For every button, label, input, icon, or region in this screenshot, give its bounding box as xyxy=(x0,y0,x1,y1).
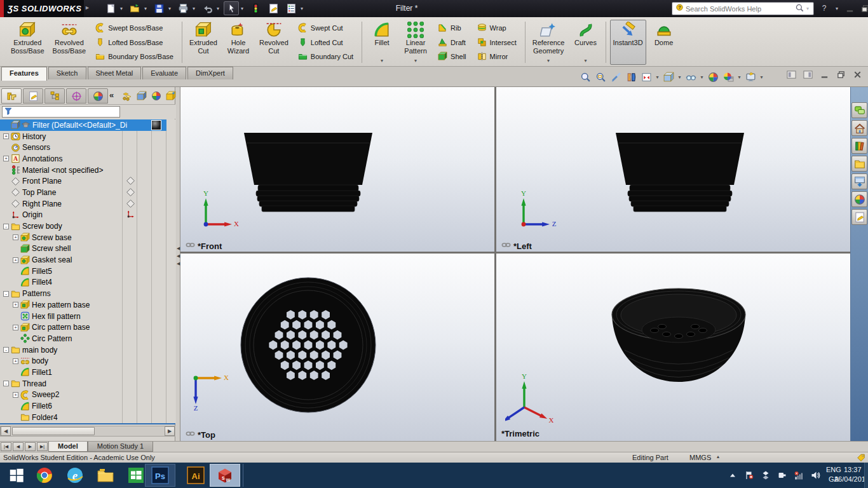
volume-tray-icon[interactable] xyxy=(810,470,820,480)
revolved-cut-button[interactable]: RevolvedCut xyxy=(256,20,292,65)
boundary-cut-button[interactable]: Boundary Cut xyxy=(295,50,356,63)
print-button[interactable] xyxy=(175,1,191,15)
tree-item-material-not-specified[interactable]: Material <not specified> xyxy=(0,165,175,176)
tree-item-annotations[interactable]: +AAnnotations xyxy=(0,153,175,165)
help-search-box[interactable]: ? ▾ xyxy=(672,2,814,15)
tree-item-circ-pattern-base[interactable]: +Circ pattern base xyxy=(0,322,175,333)
design-library-tab-button[interactable] xyxy=(851,138,867,154)
draft-button[interactable]: Draft xyxy=(435,36,469,49)
edit-appearance-button[interactable] xyxy=(706,70,720,84)
tree-expand-toggle[interactable]: + xyxy=(3,133,9,139)
intersect-button[interactable]: Intersect xyxy=(474,36,520,49)
display-pane-scene-button[interactable] xyxy=(165,90,177,102)
rib-button[interactable]: Rib xyxy=(435,22,469,34)
taskbar-internet-explorer-button[interactable]: e xyxy=(60,464,90,487)
tree-item-top-plane[interactable]: Top Plane xyxy=(0,187,175,198)
display-style-button[interactable] xyxy=(661,70,675,84)
menu-flyout-icon[interactable]: ► xyxy=(85,4,90,11)
viewport-left[interactable]: Y Z*Left xyxy=(496,87,850,252)
tree-item-right-plane[interactable]: Right Plane xyxy=(0,198,175,210)
help-dropdown-icon[interactable]: ▾ xyxy=(834,6,840,11)
tab-scroll-last-button[interactable]: ▶| xyxy=(37,442,48,451)
tree-filter-input[interactable] xyxy=(2,106,120,118)
tree-item-screw-shell[interactable]: Screw shell xyxy=(0,243,175,255)
tree-expand-toggle[interactable]: + xyxy=(13,358,18,364)
search-dropdown-icon[interactable]: ▾ xyxy=(804,6,811,11)
wrap-button[interactable]: Wrap xyxy=(474,22,520,34)
tree-item-fillet5[interactable]: Fillet5 xyxy=(0,266,175,277)
tab-motion-study[interactable]: Motion Study 1 xyxy=(88,442,153,452)
tree-item-origin[interactable]: Origin xyxy=(0,210,175,221)
network-tray-icon[interactable] xyxy=(794,470,804,480)
file-properties-button[interactable] xyxy=(266,1,281,15)
search-input[interactable] xyxy=(684,4,795,13)
tree-expand-toggle[interactable]: - xyxy=(3,224,9,229)
document-close-button[interactable] xyxy=(852,70,863,79)
curves-dropdown-icon[interactable]: ▾ xyxy=(584,58,587,64)
tree-item-main-body[interactable]: -main body xyxy=(0,344,175,356)
tab-sheet-metal[interactable]: Sheet Metal xyxy=(88,67,142,79)
tree-expand-toggle[interactable]: + xyxy=(13,392,18,398)
tree-item-thread[interactable]: -Thread xyxy=(0,378,175,390)
reference-geometry-button[interactable]: ReferenceGeometry▾ xyxy=(529,20,568,65)
tab-sketch[interactable]: Sketch xyxy=(48,67,86,79)
undo-button[interactable] xyxy=(200,1,215,15)
tree-item-fillet4[interactable]: Fillet4 xyxy=(0,277,175,288)
new-dropdown-icon[interactable]: ▾ xyxy=(118,6,125,11)
search-icon[interactable] xyxy=(795,3,804,14)
save-button[interactable] xyxy=(151,1,166,15)
revolved-boss-base-button[interactable]: RevolvedBoss/Base xyxy=(50,20,90,65)
document-restore-button[interactable] xyxy=(836,70,846,79)
linear-pattern-dropdown-icon[interactable]: ▾ xyxy=(414,58,417,64)
zoom-area-button[interactable] xyxy=(593,70,607,84)
tree-item-patterns[interactable]: -Patterns xyxy=(0,288,175,299)
splitter-arrow-icon[interactable]: ◀ xyxy=(177,246,180,251)
tree-item-sensors[interactable]: Sensors xyxy=(0,142,175,153)
tree-expand-toggle[interactable]: - xyxy=(3,347,9,353)
language-indicator[interactable]: ENG xyxy=(826,466,841,474)
rebuild-button[interactable] xyxy=(248,1,263,15)
tab-evaluate[interactable]: Evaluate xyxy=(142,67,186,79)
tree-item-screw-body[interactable]: -Screw body xyxy=(0,220,175,232)
view-orientation-dropdown-icon[interactable]: ▾ xyxy=(654,74,660,80)
document-minimize-button[interactable] xyxy=(819,70,830,79)
taskbar-photoshop-button[interactable]: Ps xyxy=(145,464,175,487)
curves-button[interactable]: Curves▾ xyxy=(570,20,602,65)
select-button[interactable] xyxy=(224,1,239,15)
tree-expand-toggle[interactable]: + xyxy=(3,156,9,161)
viewport-top[interactable]: X Z*Top xyxy=(180,254,494,441)
view-settings-button[interactable] xyxy=(743,70,757,84)
tab-model[interactable]: Model xyxy=(48,442,88,452)
sync-tray-icon[interactable] xyxy=(761,470,771,480)
print-dropdown-icon[interactable]: ▾ xyxy=(191,6,197,11)
tree-item-gasket-seal[interactable]: +Gasket seal xyxy=(0,254,175,266)
display-style-dropdown-icon[interactable]: ▾ xyxy=(677,74,682,80)
taskbar-start-button[interactable] xyxy=(1,464,32,487)
scroll-left-button[interactable]: ◀ xyxy=(1,426,11,436)
scrollbar-thumb[interactable] xyxy=(12,427,95,435)
tree-item-fillet6[interactable]: Fillet6 xyxy=(0,400,175,412)
linear-pattern-button[interactable]: LinearPattern▾ xyxy=(400,20,431,65)
tray-expand-tray-icon[interactable] xyxy=(728,470,738,480)
tab-scroll-first-button[interactable]: |◀ xyxy=(1,442,11,451)
tree-item-hex-pattern-base[interactable]: +Hex pattern base xyxy=(0,299,175,311)
tree-expand-toggle[interactable]: + xyxy=(13,325,18,330)
extruded-boss-base-button[interactable]: ExtrudedBoss/Base xyxy=(8,20,48,65)
panel-splitter[interactable]: ◀ ◀ ◀ xyxy=(176,87,180,441)
units-dropdown-icon[interactable]: ▴ xyxy=(717,454,719,459)
propertymanager-tab[interactable] xyxy=(23,88,43,104)
tree-item-sweep2[interactable]: +Sweep2 xyxy=(0,390,175,401)
tree-item-filter-default-default-di[interactable]: Filter (Default<<Default>_Di xyxy=(0,119,175,131)
zoom-selection-button[interactable] xyxy=(609,70,623,84)
tree-item-circ-pattern[interactable]: Circ Pattern xyxy=(0,333,175,344)
apply-scene-button[interactable] xyxy=(721,70,735,84)
tree-expand-toggle[interactable]: + xyxy=(13,257,18,263)
tree-item-screw-base[interactable]: +Screw base xyxy=(0,232,175,243)
tree-item-body[interactable]: +body xyxy=(0,355,175,367)
action-center-tray-icon[interactable] xyxy=(744,470,754,480)
view-orientation-button[interactable] xyxy=(639,70,653,84)
open-button[interactable] xyxy=(127,1,142,15)
viewport-front[interactable]: Y X*Front xyxy=(180,87,494,252)
tree-item-folder4[interactable]: Folder4 xyxy=(0,412,175,423)
tree-horizontal-scrollbar[interactable]: ◀ ▶ xyxy=(0,426,175,437)
